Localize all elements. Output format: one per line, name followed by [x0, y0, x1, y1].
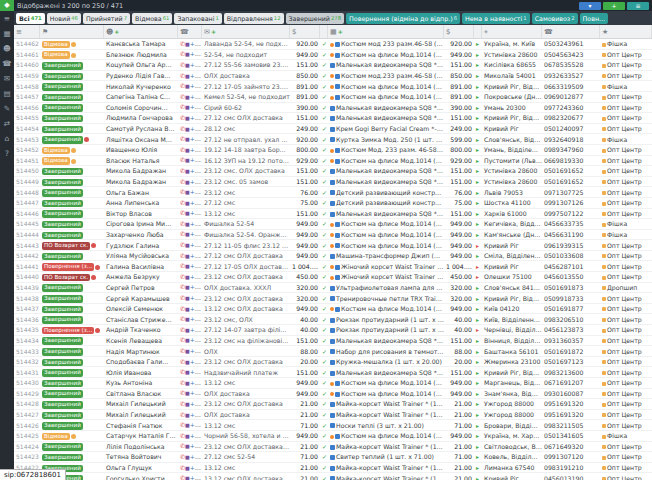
table-row[interactable]: 514453ЗавершенийЛяшітка Оксана М…✆■+3827…	[14, 134, 652, 145]
table-row[interactable]: 514455ЗавершенийЛюдмила Гончарова✆■+3827…	[14, 113, 652, 124]
table-row[interactable]: 514442ЗавершенийУліяна Мусійовська✆■+382…	[14, 251, 652, 262]
tasks-icon[interactable]: ✎	[0, 101, 14, 116]
phone-prefix-cell[interactable]: ✆■+38	[178, 314, 202, 324]
status-badge[interactable]: Завершений	[42, 401, 83, 409]
phone-prefix-cell[interactable]: ✆■+38	[178, 378, 202, 388]
table-row[interactable]: 514446ЗавершенийВіктор Власов✆■+3813.12 …	[14, 209, 652, 220]
status-badge[interactable]: Завершений	[42, 104, 83, 112]
col-paid[interactable]	[320, 25, 328, 38]
table-row[interactable]: 514451ВідмоваВласюк Наталья✆■+3816.12 ЗУ…	[14, 156, 652, 167]
phone-prefix-cell[interactable]: ✆■+38	[178, 240, 202, 250]
phone-prefix-cell[interactable]: ✆■+38	[178, 441, 202, 451]
table-row[interactable]: 514447ЗавершенийАнна Липенська✆■+3827.12…	[14, 198, 652, 209]
table-row[interactable]: 514427ЗавершенийМихаіл Гилецький✆■+38ОЛХ…	[14, 410, 652, 421]
status-badge[interactable]: Завершений	[42, 189, 83, 197]
status-badge[interactable]: Завершений	[42, 62, 83, 70]
messages-icon[interactable]: ✉	[0, 71, 14, 86]
status-badge[interactable]: Завершений	[42, 369, 83, 377]
phone-prefix-cell[interactable]: ✆■+38	[178, 71, 202, 81]
status-badge[interactable]: Відмова	[42, 157, 70, 165]
table-row[interactable]: 514432ЗавершенийСподобаєва Гали…✆■+3823.…	[14, 357, 652, 368]
status-badge[interactable]: Завершений	[42, 348, 83, 356]
menu-icon[interactable]: ≡	[0, 11, 14, 26]
table-row[interactable]: 514428ЗавершенийМихаіл Гилецький✆■+3823.…	[14, 399, 652, 410]
status-badge[interactable]: Завершений	[42, 359, 83, 367]
status-badge[interactable]: Завершений	[42, 221, 83, 229]
status-badge[interactable]: Повернення (з…	[42, 263, 94, 271]
status-badge[interactable]: Завершений	[42, 316, 83, 324]
phone-prefix-cell[interactable]: ✆■+38	[178, 229, 202, 239]
toolbar-filter-button[interactable]: ▾	[579, 2, 601, 10]
table-row[interactable]: 514456ЗавершенийСоломія Сорочин…✆■+38Сір…	[14, 103, 652, 114]
phone-prefix-cell[interactable]: ✆■+38	[178, 251, 202, 261]
col-phone[interactable]: ☎	[542, 25, 600, 38]
phone-prefix-cell[interactable]: ✆■+38	[178, 420, 202, 430]
status-badge[interactable]: Завершений	[42, 210, 83, 218]
table-row[interactable]: 514444ЗавершенийЗахарченко Люба✆■+38Фиша…	[14, 230, 652, 241]
status-badge[interactable]: Завершений	[42, 284, 83, 292]
table-row[interactable]: 514462ВідмоваКанєвська Тамара✆■+38Лаванд…	[14, 39, 652, 50]
table-row[interactable]: 514436ЗавершенийСтаніслав Стриже…✆■+3823…	[14, 314, 652, 325]
status-badge[interactable]: Завершений	[42, 168, 83, 176]
phone-prefix-cell[interactable]: ✆■+38	[178, 39, 202, 49]
table-row[interactable]: 514438ЗавершенийСергей Карамышев✆■+3823.…	[14, 293, 652, 304]
status-badge[interactable]: ПО Возврат ск.	[42, 242, 90, 250]
tab-Відправлення[interactable]: Відправлення12	[224, 13, 284, 24]
table-row[interactable]: 514440ПО Возврат ск.Анжела Безруку✆■+382…	[14, 272, 652, 283]
table-row[interactable]: 514424ЗавершенийЛілія Подолінська✆■+3823…	[14, 442, 652, 453]
status-badge[interactable]: Завершений	[42, 422, 83, 430]
phone-prefix-cell[interactable]: ✆■+38	[178, 81, 202, 91]
toolbar-settings-button[interactable]: ≡	[627, 2, 649, 10]
col-delivery[interactable]	[474, 25, 482, 38]
table-row[interactable]: 514450ЗавершенийМикола Бадражан✆■+3823.1…	[14, 166, 652, 177]
status-badge[interactable]: Завершений	[42, 200, 83, 208]
table-row[interactable]: 514434ЗавершенийКсенія Леващева✆■+3823.1…	[14, 336, 652, 347]
col-city[interactable]: ⌖	[482, 25, 542, 38]
status-badge[interactable]: Завершений	[42, 443, 83, 451]
table-row[interactable]: 514421ЗавершенийГоргулько Христи…✆■+3813…	[14, 473, 652, 480]
table-row[interactable]: 514433ЗавершенийНадія Мартинюк✆■+38ОЛХ88…	[14, 346, 652, 357]
phone-prefix-cell[interactable]: ✆■+38	[178, 463, 202, 473]
table-row[interactable]: 514437ЗавершенийОлексій Семенюк✆■+3813.1…	[14, 304, 652, 315]
tab-Повн…[interactable]: Повн…	[580, 13, 609, 24]
phone-prefix-cell[interactable]: ✆■+38	[178, 92, 202, 102]
tab-Всі[interactable]: Всі471	[16, 13, 45, 24]
table-row[interactable]: 514443ПО Возврат ск.Гудзлюк Галина✆■+382…	[14, 240, 652, 251]
clients-icon[interactable]: ☻	[0, 41, 14, 56]
help-icon[interactable]: ?	[0, 146, 14, 161]
phone-prefix-cell[interactable]: ✆■+38	[178, 272, 202, 282]
phone-prefix-cell[interactable]: ✆■+38	[178, 367, 202, 377]
table-row[interactable]: 514430ЗавершенийКузь Антоніна✆■+3813.12 …	[14, 378, 652, 389]
status-badge[interactable]: Завершений	[42, 115, 83, 123]
col-product[interactable]: ▦+	[328, 25, 444, 38]
table-row[interactable]: 514445ЗавершенийСірогова Ірина Ми…✆■+38Ф…	[14, 219, 652, 230]
status-badge[interactable]: Завершений	[42, 126, 83, 134]
col-client-add-icon[interactable]: +	[114, 28, 119, 35]
status-badge[interactable]: Завершений	[42, 253, 83, 261]
tab-Прийнятий[interactable]: Прийнятий7	[83, 13, 130, 24]
status-badge[interactable]: Завершений	[42, 94, 83, 102]
phone-prefix-cell[interactable]: ✆■+38	[178, 399, 202, 409]
phone-prefix-cell[interactable]: ✆■+38	[178, 208, 202, 218]
table-row[interactable]: 514425ВідмоваСатарчук Наталія Г…✆■+38Чор…	[14, 431, 652, 442]
stats-icon[interactable]: ▤	[0, 86, 14, 101]
status-badge[interactable]: Завершений	[42, 179, 83, 187]
phone-prefix-cell[interactable]: ✆■+38	[178, 198, 202, 208]
table-row[interactable]: 514422ЗавершенийОльга Глущук✆■+3813.12 с…	[14, 463, 652, 474]
col-source[interactable]: ★	[600, 25, 652, 38]
status-badge[interactable]: Завершений	[42, 412, 83, 420]
status-badge[interactable]: Повернення (з…	[42, 327, 94, 335]
status-badge[interactable]: Відмова	[42, 147, 70, 155]
status-badge[interactable]: Відмова	[42, 41, 70, 49]
col-order-id[interactable]: ≡	[14, 25, 40, 38]
phone-prefix-cell[interactable]: ✆■+38	[178, 177, 202, 187]
table-row[interactable]: 514461ВідмоваБлезнюк Людмила✆■+3852-54, …	[14, 50, 652, 61]
phone-prefix-cell[interactable]: ✆■+38	[178, 124, 202, 134]
phone-prefix-cell[interactable]: ✆■+38	[178, 113, 202, 123]
table-row[interactable]: 514454ЗавершенийСамотуй Руслана В…✆■+382…	[14, 124, 652, 135]
table-row[interactable]: 514457ЗавершенийСапегіна Таліна С…✆■+38К…	[14, 92, 652, 103]
phone-prefix-cell[interactable]: ✆■+38	[178, 304, 202, 314]
tab-Самовивоз[interactable]: Самовивоз2	[532, 13, 578, 24]
col-total[interactable]: $	[444, 25, 474, 38]
tab-Новий[interactable]: Новий46	[47, 13, 81, 24]
